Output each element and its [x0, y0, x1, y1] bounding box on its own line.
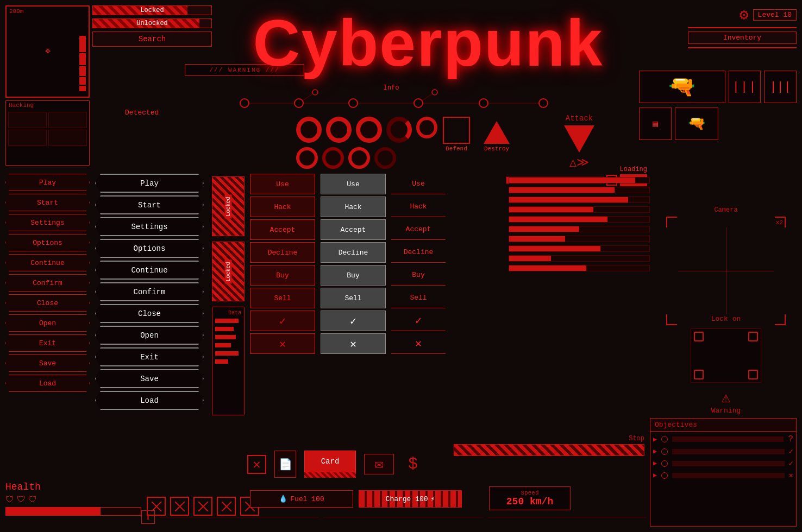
hacking-cell-3 [8, 130, 47, 146]
btn-check-line[interactable]: ✓ [391, 311, 446, 331]
btn-options-second[interactable]: Options [95, 239, 204, 258]
btn-save-second[interactable]: Save [95, 369, 204, 388]
weapon-main-gun: 🔫 [639, 71, 725, 103]
btn-decline-gray[interactable]: Decline [321, 242, 386, 263]
btn-close-second[interactable]: Close [95, 304, 204, 323]
btn-confirm-second[interactable]: Confirm [95, 282, 204, 301]
stop-area: Stop [454, 435, 644, 456]
search-label: Search [139, 35, 166, 43]
btn-open-left[interactable]: Open [5, 314, 90, 332]
attack-area: Attack △ ≫ [541, 114, 617, 170]
fuel-label: Fuel 100 [290, 495, 324, 503]
btn-use-gray[interactable]: Use [321, 174, 386, 194]
data-box: Data [212, 307, 245, 415]
btn-check-dark[interactable]: ✓ [250, 311, 315, 331]
btn-hack-line[interactable]: Hack [391, 197, 446, 217]
progress-fill-4 [509, 207, 593, 212]
objective-1: ▶ ? [653, 434, 793, 444]
inventory-button[interactable]: Inventory [688, 31, 797, 44]
gear-icon[interactable]: ⚙ [740, 5, 749, 24]
attack-triangle-down[interactable] [564, 125, 594, 153]
progress-fill-6 [509, 226, 579, 232]
btn-sell-gray[interactable]: Sell [321, 288, 386, 308]
level-badge: Level 10 [753, 9, 797, 21]
btn-hack-gray[interactable]: Hack [321, 197, 386, 217]
locked-panels: Locked Locked Data [212, 176, 245, 415]
btn-settings-second[interactable]: Settings [95, 217, 204, 236]
delete-x-button[interactable]: ✕ [247, 455, 266, 474]
btn-sell-line[interactable]: Sell [391, 288, 446, 308]
bottom-items-area: ✕ 📄 Card ✉ $ [247, 451, 424, 478]
ammo-icon-2: ||| [769, 80, 791, 94]
card-button[interactable]: Card [304, 451, 356, 472]
card-icon-1: ▤ [653, 118, 658, 129]
lockon-corner-bl [694, 370, 704, 379]
btn-play-left[interactable]: Play [5, 174, 90, 191]
map-label: 200m [9, 8, 23, 15]
defend-box: Defend [443, 117, 470, 152]
btn-continue-left[interactable]: Continue [5, 254, 90, 271]
btn-check-gray[interactable]: ✓ [321, 311, 386, 331]
locked-label: Locked [140, 7, 164, 14]
search-track[interactable]: Search [92, 31, 212, 47]
warning-area-label: Warning [655, 407, 797, 415]
data-line-3 [215, 335, 236, 339]
defend-shape[interactable] [443, 117, 470, 144]
btn-decline-line[interactable]: Decline [391, 242, 446, 263]
progress-bars [509, 174, 650, 271]
btn-x-dark[interactable]: ✕ [250, 333, 315, 354]
btn-accept-dark[interactable]: Accept [250, 219, 315, 240]
obj-arrow-1: ▶ [653, 435, 657, 444]
btn-load-left[interactable]: Load [5, 375, 90, 392]
info-icon-box: ℹ [141, 510, 155, 524]
btn-buy-gray[interactable]: Buy [321, 265, 386, 286]
btn-open-second[interactable]: Open [95, 326, 204, 345]
btn-exit-second[interactable]: Exit [95, 347, 204, 366]
btn-settings-left[interactable]: Settings [5, 214, 90, 231]
donut-8 [348, 147, 370, 169]
btn-options-left[interactable]: Options [5, 234, 90, 251]
progress-track-10 [509, 265, 650, 271]
map-bar-2 [79, 53, 86, 65]
speed-label: Speed [492, 490, 567, 496]
btn-exit-left[interactable]: Exit [5, 334, 90, 352]
donut-row-2 [296, 147, 437, 169]
btn-load-second[interactable]: Load [95, 391, 204, 410]
btn-x-line[interactable]: ✕ [391, 333, 446, 354]
svg-point-11 [479, 99, 488, 107]
mail-icon-box[interactable]: ✉ [364, 454, 394, 474]
charge-bolt-icon: ⚡ [431, 495, 435, 503]
btn-x-gray[interactable]: ✕ [321, 333, 386, 354]
btn-start-left[interactable]: Start [5, 194, 90, 211]
btn-sell-dark[interactable]: Sell [250, 288, 315, 308]
btn-start-second[interactable]: Start [95, 195, 204, 214]
btn-decline-dark[interactable]: Decline [250, 242, 315, 263]
stop-label: Stop [454, 435, 644, 442]
obj-text-3 [672, 461, 784, 466]
btn-continue-second[interactable]: Continue [95, 261, 204, 280]
btn-play-second[interactable]: Play [95, 174, 204, 193]
health-bar-fill [6, 508, 101, 515]
btn-use-dark[interactable]: Use [250, 174, 315, 194]
btn-buy-dark[interactable]: Buy [250, 265, 315, 286]
btn-confirm-left[interactable]: Confirm [5, 274, 90, 292]
map-bar-3 [79, 66, 86, 76]
progress-fill-3 [509, 197, 628, 202]
camera-viewfinder: x2 [666, 217, 786, 325]
info-bar-line-2 [323, 517, 483, 517]
divider2 [688, 47, 797, 48]
btn-save-left[interactable]: Save [5, 354, 90, 372]
hacking-label: Hacking [6, 101, 89, 110]
destroy-triangle[interactable] [484, 121, 510, 144]
btn-use-line[interactable]: Use [391, 174, 446, 194]
btn-hack-dark[interactable]: Hack [250, 197, 315, 217]
progress-fill-8 [509, 246, 600, 251]
objectives-list: ▶ ? ▶ ✓ ▶ ✓ ▶ ✕ [650, 432, 796, 483]
unlocked-bar-row: Unlocked [92, 18, 212, 28]
combat-shapes: Defend Destroy [443, 117, 510, 152]
btn-accept-gray[interactable]: Accept [321, 219, 386, 240]
btn-close-left[interactable]: Close [5, 294, 90, 312]
btn-accept-line[interactable]: Accept [391, 219, 446, 240]
btn-buy-line[interactable]: Buy [391, 265, 446, 286]
search-bar-row: Search [92, 31, 212, 47]
